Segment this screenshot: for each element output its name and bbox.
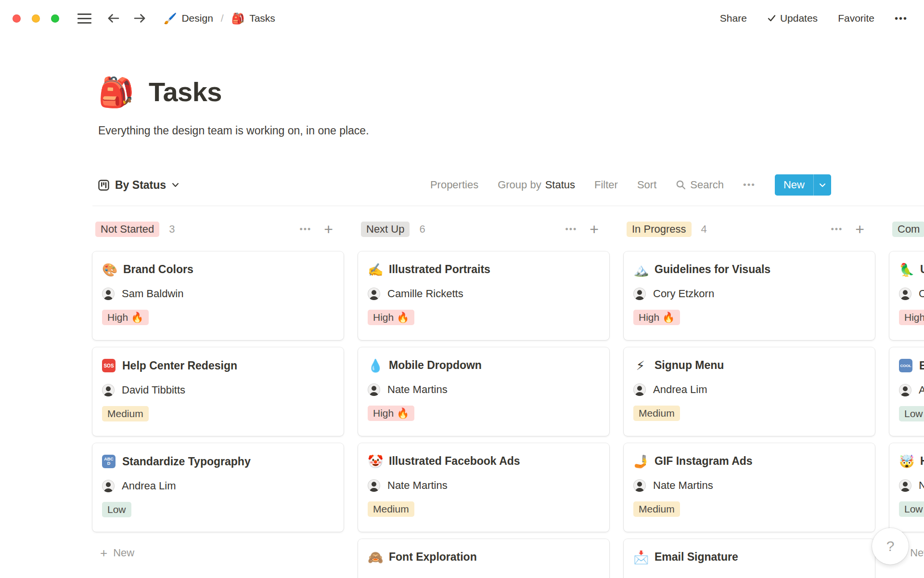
new-button-dropdown[interactable] <box>813 174 831 196</box>
task-card[interactable]: 🤡 Illustrated Facebook Ads Nate Martins … <box>358 443 609 532</box>
priority-badge: High 🔥 <box>102 310 149 325</box>
selfie-icon: 🤳 <box>633 455 648 468</box>
favorite-button[interactable]: Favorite <box>838 13 874 24</box>
view-switcher-by-status[interactable]: By Status <box>98 179 179 192</box>
task-card[interactable]: SOS Help Center Redesign David Tibbitts … <box>92 347 344 436</box>
help-button[interactable]: ? <box>872 528 909 565</box>
column-count: 6 <box>419 223 425 236</box>
page-subtitle[interactable]: Everything the design team is working on… <box>98 124 369 137</box>
avatar <box>102 480 115 492</box>
group-by-label: Group by <box>498 179 541 191</box>
updates-button[interactable]: Updates <box>767 13 818 24</box>
avatar <box>102 384 115 396</box>
close-window-button[interactable] <box>13 14 21 23</box>
check-icon <box>767 14 776 23</box>
column-add-icon[interactable]: + <box>590 222 599 237</box>
zoom-window-button[interactable] <box>51 14 59 23</box>
column-more-icon[interactable]: ••• <box>565 224 577 235</box>
task-title: H <box>920 455 924 468</box>
task-title: Illustrated Portraits <box>389 263 490 276</box>
task-card[interactable]: ABCD Standardize Typography Andrea Lim L… <box>92 443 344 532</box>
task-card[interactable]: 💧 Mobile Dropdown Nate Martins High 🔥 <box>358 347 609 436</box>
task-card[interactable]: ✍️ Illustrated Portraits Camille Rickett… <box>358 251 609 340</box>
column-more-icon[interactable]: ••• <box>299 224 311 235</box>
task-title: E <box>919 359 924 372</box>
board-view-icon <box>98 180 109 191</box>
task-card[interactable]: 🎨 Brand Colors Sam Baldwin High 🔥 <box>92 251 344 340</box>
task-title: GIF Instagram Ads <box>654 455 753 468</box>
exploding-head-icon: 🤯 <box>899 455 913 468</box>
breadcrumb-item-design[interactable]: 🖌️ Design <box>164 13 213 25</box>
priority-badge: Low <box>102 502 131 517</box>
search-label: Search <box>690 179 724 191</box>
search-icon <box>676 180 686 190</box>
page-icon-backpack[interactable]: 🎒 <box>98 78 134 106</box>
forward-arrow-icon[interactable] <box>132 11 147 26</box>
assignee-name: David Tibbitts <box>122 384 185 396</box>
priority-badge: Medium <box>633 501 680 517</box>
avatar <box>899 479 911 492</box>
task-title: Standardize Typography <box>122 455 251 468</box>
task-title: Guidelines for Visuals <box>654 263 770 276</box>
task-title: Signup Menu <box>654 359 724 372</box>
mountain-icon: 🏔️ <box>633 263 648 276</box>
add-card-button[interactable]: + New <box>92 543 344 563</box>
task-card[interactable]: COOL E A Low <box>889 347 924 436</box>
task-title: Mobile Dropdown <box>389 359 482 372</box>
assignee-name: Nate Martins <box>387 383 448 396</box>
view-switcher-label: By Status <box>115 179 166 192</box>
sort-button[interactable]: Sort <box>637 179 656 191</box>
task-card[interactable]: 🤳 GIF Instagram Ads Nate Martins Medium <box>624 443 875 532</box>
column-status-badge[interactable]: Com <box>892 222 924 237</box>
cool-icon: COOL <box>899 359 912 372</box>
share-button[interactable]: Share <box>720 13 747 24</box>
breadcrumb-label: Design <box>181 13 213 24</box>
filter-button[interactable]: Filter <box>594 179 618 191</box>
avatar <box>899 384 911 396</box>
assignee-name: Sam Baldwin <box>122 288 183 300</box>
priority-badge: Low <box>899 406 924 421</box>
avatar <box>899 288 911 300</box>
column-status-badge[interactable]: In Progress <box>627 222 692 237</box>
assignee-name: Cory Etzkorn <box>653 288 714 300</box>
priority-badge: High 🔥 <box>368 310 414 325</box>
avatar <box>633 288 646 300</box>
properties-button[interactable]: Properties <box>430 179 478 191</box>
group-by-button[interactable]: Group by Status <box>498 179 575 191</box>
breadcrumb-label: Tasks <box>249 13 275 24</box>
writing-hand-icon: ✍️ <box>368 263 382 276</box>
chevron-down-icon <box>172 183 179 187</box>
task-card[interactable]: 🦜 U C High 🔥 <box>889 251 924 340</box>
assignee-name: Nate Martins <box>387 479 448 492</box>
avatar <box>368 383 380 396</box>
droplet-icon: 💧 <box>368 359 382 372</box>
column-status-badge[interactable]: Next Up <box>361 222 410 237</box>
task-card[interactable]: ⚡ Signup Menu Andrea Lim Medium <box>624 347 875 436</box>
minimize-window-button[interactable] <box>32 14 40 23</box>
view-more-options-icon[interactable]: ••• <box>743 180 756 190</box>
view-toolbar: By Status Properties Group by Status Fil… <box>98 174 831 196</box>
group-by-value: Status <box>545 179 575 191</box>
add-card-label: New <box>113 547 134 559</box>
kanban-board: Not Started 3 ••• + 🎨 Brand Colors Sam B… <box>92 218 924 578</box>
task-card[interactable]: 🙈 Font Exploration <box>358 539 609 578</box>
more-options-icon[interactable]: ••• <box>895 13 908 24</box>
assignee-name: C <box>919 288 924 300</box>
task-card[interactable]: 📩 Email Signature <box>624 539 875 578</box>
column-add-icon[interactable]: + <box>855 222 864 237</box>
plus-icon: + <box>100 546 107 561</box>
column-status-badge[interactable]: Not Started <box>95 222 159 237</box>
new-button[interactable]: New <box>775 174 813 196</box>
backpack-icon: 🎒 <box>231 13 244 25</box>
search-button[interactable]: Search <box>676 179 724 191</box>
task-card[interactable]: 🤯 H N Low <box>889 443 924 532</box>
back-arrow-icon[interactable] <box>106 11 121 26</box>
breadcrumb-separator: / <box>221 13 224 24</box>
page-title[interactable]: Tasks <box>149 76 222 107</box>
column-more-icon[interactable]: ••• <box>831 224 843 235</box>
task-card[interactable]: 🏔️ Guidelines for Visuals Cory Etzkorn H… <box>624 251 875 340</box>
sidebar-menu-icon[interactable] <box>77 13 91 24</box>
column-add-icon[interactable]: + <box>324 222 333 237</box>
priority-badge: High 🔥 <box>368 406 414 421</box>
breadcrumb-item-tasks[interactable]: 🎒 Tasks <box>231 13 275 25</box>
